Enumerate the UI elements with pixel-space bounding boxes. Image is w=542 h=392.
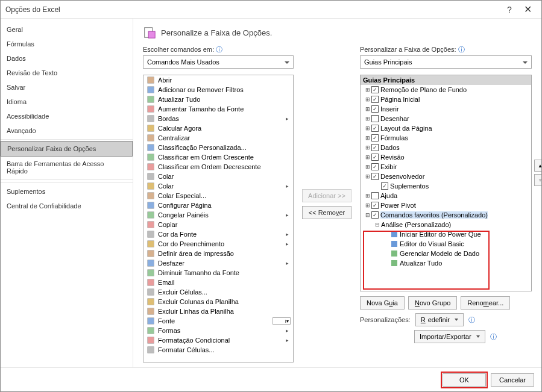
tree-node[interactable]: ⊟Análise (Personalizado) bbox=[361, 220, 531, 229]
command-item[interactable]: Bordas▸ bbox=[143, 114, 293, 123]
checkbox[interactable]: ✓ bbox=[371, 202, 379, 209]
expand-toggle-icon[interactable]: ⊞ bbox=[364, 145, 371, 151]
expand-toggle-icon[interactable]: ⊞ bbox=[364, 164, 371, 170]
command-item[interactable]: Classificação Personalizada... bbox=[143, 143, 293, 152]
command-item[interactable]: Aumentar Tamanho da Fonte bbox=[143, 104, 293, 114]
checkbox[interactable]: ✓ bbox=[371, 134, 379, 142]
tree-node[interactable]: ⊞✓Remoção de Plano de Fundo bbox=[361, 85, 531, 95]
command-item[interactable]: Desfazer▸ bbox=[143, 258, 293, 268]
command-item[interactable]: Cor da Fonte▸ bbox=[143, 229, 293, 239]
tree-node[interactable]: ⊞✓Inserir bbox=[361, 104, 531, 114]
checkbox[interactable]: ✓ bbox=[371, 144, 379, 151]
tree-node[interactable]: ⊞✓Power Pivot bbox=[361, 201, 531, 210]
checkbox[interactable]: ✓ bbox=[371, 211, 379, 219]
sidebar-item[interactable]: Salvar bbox=[1, 80, 133, 95]
sidebar-item[interactable]: Suplementos bbox=[1, 184, 133, 199]
info-icon[interactable]: ⓘ bbox=[458, 46, 465, 53]
remove-button[interactable]: << Remover bbox=[302, 206, 351, 219]
expand-toggle-icon[interactable]: ⊟ bbox=[374, 222, 381, 228]
expand-toggle-icon[interactable]: ⊞ bbox=[364, 154, 371, 160]
checkbox[interactable]: ✓ bbox=[381, 182, 388, 190]
command-item[interactable]: FonteI▾ bbox=[143, 316, 293, 326]
info-icon[interactable]: ⓘ bbox=[468, 316, 475, 325]
expand-toggle-icon[interactable]: ⊞ bbox=[364, 125, 371, 131]
sidebar-item[interactable]: Acessibilidade bbox=[1, 109, 133, 123]
command-item[interactable]: Cor do Preenchimento▸ bbox=[143, 239, 293, 249]
command-item[interactable]: Abrir bbox=[143, 75, 293, 85]
sidebar-item[interactable]: Barra de Ferramentas de Acesso Rápido bbox=[1, 157, 133, 178]
tree-node[interactable]: Gerenciar Modelo de Dado bbox=[361, 249, 531, 258]
command-item[interactable]: Atualizar Tudo bbox=[143, 95, 293, 104]
sidebar-item[interactable]: Idioma bbox=[1, 95, 133, 109]
tree-node[interactable]: Editor do Visual Basic bbox=[361, 239, 531, 249]
command-item[interactable]: Congelar Painéis▸ bbox=[143, 210, 293, 220]
customize-ribbon-combo[interactable]: Guias Principais bbox=[360, 55, 532, 69]
command-item[interactable]: Diminuir Tamanho da Fonte bbox=[143, 268, 293, 278]
command-item[interactable]: Copiar bbox=[143, 220, 293, 229]
tree-node[interactable]: ⊞✓Fórmulas bbox=[361, 133, 531, 143]
sidebar-item[interactable]: Geral bbox=[1, 22, 133, 37]
sidebar-item[interactable]: Dados bbox=[1, 51, 133, 66]
checkbox[interactable] bbox=[371, 192, 379, 199]
ok-button[interactable]: OK bbox=[443, 373, 486, 387]
import-export-dropdown[interactable]: Importar/Exportar bbox=[414, 330, 485, 343]
command-item[interactable]: Colar Especial... bbox=[143, 191, 293, 201]
expand-toggle-icon[interactable]: ⊞ bbox=[364, 96, 371, 102]
command-item[interactable]: Classificar em Ordem Decrescente bbox=[143, 162, 293, 172]
command-item[interactable]: Excluir Células... bbox=[143, 287, 293, 297]
command-item[interactable]: Calcular Agora bbox=[143, 123, 293, 133]
tree-node[interactable]: ⊞✓Dados bbox=[361, 143, 531, 152]
command-item[interactable]: Formatação Condicional▸ bbox=[143, 335, 293, 345]
tree-node[interactable]: ⊟✓Comandos favoritos (Personalizado) bbox=[361, 210, 531, 220]
command-item[interactable]: Excluir Linhas da Planilha bbox=[143, 306, 293, 316]
help-button[interactable]: ? bbox=[500, 1, 518, 19]
tree-node[interactable]: ⊞Desenhar bbox=[361, 114, 531, 123]
cancel-button[interactable]: Cancelar bbox=[491, 373, 534, 387]
expand-toggle-icon[interactable]: ⊞ bbox=[364, 106, 371, 112]
info-icon[interactable]: ⓘ bbox=[490, 332, 497, 341]
expand-toggle-icon[interactable]: ⊞ bbox=[364, 202, 371, 208]
sidebar-item[interactable]: Fórmulas bbox=[1, 37, 133, 51]
expand-toggle-icon[interactable]: ⊞ bbox=[364, 116, 371, 122]
sidebar-item[interactable]: Avançado bbox=[1, 123, 133, 138]
checkbox[interactable]: ✓ bbox=[371, 86, 379, 93]
command-item[interactable]: Formatar Células... bbox=[143, 345, 293, 355]
expand-toggle-icon[interactable]: ⊞ bbox=[364, 87, 371, 93]
rename-button[interactable]: Renomear... bbox=[461, 296, 510, 310]
commands-listbox[interactable]: AbrirAdicionar ou Remover FiltrosAtualiz… bbox=[143, 75, 294, 362]
checkbox[interactable]: ✓ bbox=[371, 96, 379, 103]
expand-toggle-icon[interactable]: ⊞ bbox=[364, 135, 371, 141]
command-item[interactable]: Definir área de impressão bbox=[143, 249, 293, 258]
command-item[interactable]: Configurar Página bbox=[143, 201, 293, 210]
command-item[interactable]: Email bbox=[143, 278, 293, 287]
expand-toggle-icon[interactable]: ⊞ bbox=[364, 173, 371, 179]
checkbox[interactable]: ✓ bbox=[371, 105, 379, 113]
command-item[interactable]: Colar bbox=[143, 172, 293, 181]
checkbox[interactable]: ✓ bbox=[371, 154, 379, 161]
move-up-button[interactable]: ▲ bbox=[534, 160, 541, 172]
expand-toggle-icon[interactable]: ⊞ bbox=[364, 193, 371, 199]
tree-node[interactable]: Iniciar Editor do Power Que bbox=[361, 229, 531, 239]
command-item[interactable]: Classificar em Ordem Crescente bbox=[143, 152, 293, 162]
ribbon-tree[interactable]: Guias Principais ⊞✓Remoção de Plano de F… bbox=[360, 75, 532, 291]
new-tab-button[interactable]: Nova Guia bbox=[360, 296, 405, 310]
checkbox[interactable]: ✓ bbox=[371, 173, 379, 180]
command-item[interactable]: Excluir Colunas da Planilha bbox=[143, 297, 293, 306]
choose-commands-combo[interactable]: Comandos Mais Usados bbox=[143, 55, 294, 69]
tree-node[interactable]: ⊞Ajuda bbox=[361, 191, 531, 201]
command-item[interactable]: Colar▸ bbox=[143, 181, 293, 191]
tree-node[interactable]: ⊞✓Revisão bbox=[361, 152, 531, 162]
command-item[interactable]: Adicionar ou Remover Filtros bbox=[143, 85, 293, 95]
tree-node[interactable]: ⊞✓Exibir bbox=[361, 162, 531, 172]
checkbox[interactable]: ✓ bbox=[371, 125, 379, 132]
info-icon[interactable]: ⓘ bbox=[216, 46, 222, 53]
checkbox[interactable]: ✓ bbox=[371, 163, 379, 170]
command-item[interactable]: Formas▸ bbox=[143, 326, 293, 335]
checkbox[interactable] bbox=[371, 115, 379, 122]
tree-node[interactable]: ✓Suplementos bbox=[361, 181, 531, 191]
close-button[interactable]: ✕ bbox=[518, 1, 537, 19]
expand-toggle-icon[interactable]: ⊟ bbox=[364, 212, 371, 218]
tree-node[interactable]: Atualizar Tudo bbox=[361, 258, 531, 268]
tree-node[interactable]: ⊞✓Layout da Página bbox=[361, 123, 531, 133]
reset-dropdown[interactable]: Redefinir bbox=[415, 313, 464, 326]
